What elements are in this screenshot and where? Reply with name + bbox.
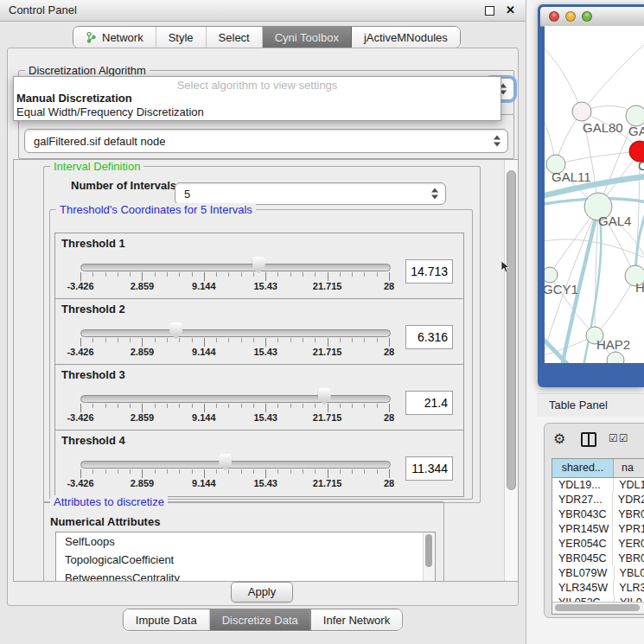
number-of-intervals-combo[interactable]: 5 (175, 182, 446, 205)
control-panel-window: Control Panel ✕ NetworkStyleSelectCyni T… (0, 0, 526, 644)
cell-shared-name[interactable]: YBR043C (552, 507, 613, 522)
popup-item-equal-width-frequency[interactable]: Equal Width/Frequency Discretization (14, 105, 501, 119)
numerical-attributes-heading: Numerical Attributes (50, 515, 160, 528)
table-data-combo[interactable]: galFiltered.sif default node (24, 129, 508, 153)
cell-shared-name[interactable]: YDL19... (552, 478, 614, 493)
tab-cyni-toolbox[interactable]: Cyni Toolbox (263, 27, 352, 48)
threshold-title: Threshold 1 (61, 237, 125, 250)
cell-name[interactable]: YER0 (613, 537, 644, 552)
tick-label: 28 (384, 281, 394, 291)
tick-label: 21.715 (313, 281, 342, 291)
network-window-titlebar (540, 7, 644, 27)
horizontal-scrollbar[interactable] (552, 602, 644, 614)
network-graph: GAL80GAGAL11GAL4GCY1HAHAP2C (545, 26, 644, 363)
horizontal-scrollbar-thumb[interactable] (555, 604, 640, 611)
table-row[interactable]: YDR27...YDR2 (552, 493, 644, 507)
cell-shared-name[interactable]: YER054C (552, 537, 613, 552)
tick-label: 2.859 (131, 347, 155, 357)
settings-scrollbar[interactable] (504, 160, 518, 581)
cell-name[interactable]: YBL0 (615, 566, 644, 581)
traffic-minimize-icon[interactable] (565, 11, 576, 22)
list-scrollbar[interactable] (423, 532, 435, 582)
tab-jactivemnodules[interactable]: jActiveMNodules (352, 27, 460, 48)
attribute-item[interactable]: SelfLoops (56, 532, 435, 551)
table-row[interactable]: YPR145WYPR1 (552, 522, 644, 537)
float-window-icon[interactable] (485, 6, 494, 16)
numerical-attributes-list[interactable]: SelfLoopsTopologicalCoefficientBetweenne… (55, 532, 436, 582)
cell-name[interactable]: YPR1 (613, 522, 644, 537)
slider-track[interactable] (80, 329, 391, 337)
threshold-value-field[interactable] (405, 456, 453, 481)
network-node[interactable] (545, 267, 558, 283)
threshold-value-field[interactable] (405, 391, 453, 415)
tab-select[interactable]: Select (207, 27, 263, 48)
table-row[interactable]: YDL19...YDL1 (552, 478, 644, 493)
column-header-name[interactable]: na (614, 459, 644, 478)
cell-shared-name[interactable]: YDR27... (552, 493, 613, 507)
table-panel: ⚙ ☑☑ shared... na YDL19...YDL1YDR27...YD… (544, 423, 644, 618)
cell-name[interactable]: YLR3 (614, 581, 644, 596)
table-row[interactable]: YBR045CYBR0 (552, 552, 644, 566)
table-row[interactable]: YBL079WYBL0 (552, 566, 644, 581)
cell-shared-name[interactable]: YLR345W (552, 581, 614, 596)
slider-ticks (80, 272, 390, 281)
tab-discretize-data[interactable]: Discretize Data (210, 609, 311, 630)
column-layout-icon[interactable] (581, 432, 596, 447)
cell-name[interactable]: YBR0 (613, 552, 644, 566)
window-title: Control Panel (9, 3, 77, 16)
threshold-title: Threshold 4 (61, 434, 125, 447)
slider-track[interactable] (80, 264, 391, 271)
slider-ticks (80, 404, 390, 412)
network-node-label: GAL80 (583, 120, 623, 135)
network-edge (595, 276, 635, 335)
traffic-zoom-icon[interactable] (582, 11, 592, 22)
attribute-item[interactable]: BetweennessCentrality (56, 569, 435, 582)
table-header-row: shared... na (552, 459, 644, 478)
tab-style[interactable]: Style (156, 27, 207, 48)
network-node-label: GCY1 (545, 282, 578, 296)
network-canvas[interactable]: GAL80GAGAL11GAL4GCY1HAHAP2C (545, 26, 644, 363)
threshold-value-field[interactable] (405, 325, 453, 349)
discretization-algorithm-label: Discretization Algorithm (25, 64, 150, 77)
close-icon[interactable]: ✕ (506, 3, 515, 16)
popup-item-manual-discretization[interactable]: Manual Discretization (14, 92, 501, 105)
threshold-title: Threshold 2 (61, 303, 125, 316)
bottom-tab-bar: Impute DataDiscretize DataInfer Network (123, 609, 403, 631)
tab-network[interactable]: Network (73, 27, 156, 48)
control-panel-titlebar: Control Panel ✕ (0, 0, 526, 22)
tab-infer-network[interactable]: Infer Network (311, 609, 402, 630)
tab-label: jActiveMNodules (364, 31, 448, 44)
cell-name[interactable]: YBR0 (613, 507, 644, 522)
checkbox-filter-icons[interactable]: ☑☑ (609, 432, 629, 444)
list-scrollbar-thumb[interactable] (425, 534, 432, 567)
apply-button[interactable]: Apply (231, 582, 293, 603)
slider-scale-labels: -3.4262.8599.14415.4321.71528 (80, 412, 389, 424)
combo-stepper-icon (431, 188, 439, 200)
attribute-item[interactable]: TopologicalCoefficient (56, 551, 435, 569)
gear-icon[interactable]: ⚙ (553, 430, 565, 447)
table-row[interactable]: YER054CYER0 (552, 537, 644, 552)
cell-shared-name[interactable]: YPR145W (552, 522, 613, 537)
table-row[interactable]: YLR345WYLR3 (552, 581, 644, 596)
cell-name[interactable]: YDR2 (613, 493, 644, 507)
slider-track[interactable] (80, 395, 391, 403)
network-node[interactable] (572, 102, 591, 121)
top-tab-bar: NetworkStyleSelectCyni ToolboxjActiveMNo… (73, 26, 461, 48)
cell-name[interactable]: YDL1 (614, 478, 644, 493)
network-edge (582, 45, 644, 112)
threshold-panel: Threshold 4 -3.4262.8599.14415.4321.7152… (54, 430, 464, 497)
table-row[interactable]: YBR043CYBR0 (552, 507, 644, 522)
thresholds-group-label: Threshold's Coordinates for 5 Intervals (56, 203, 256, 216)
traffic-close-icon[interactable] (549, 11, 559, 22)
slider-track[interactable] (80, 461, 391, 469)
tick-label: -3.426 (67, 412, 93, 423)
mouse-cursor (501, 261, 512, 273)
cell-shared-name[interactable]: YBL079W (552, 566, 615, 581)
attributes-items: SelfLoopsTopologicalCoefficientBetweenne… (56, 532, 435, 582)
tab-impute-data[interactable]: Impute Data (124, 609, 210, 630)
tick-label: 2.859 (131, 478, 155, 488)
settings-scrollbar-thumb[interactable] (507, 170, 516, 490)
cell-shared-name[interactable]: YBR045C (552, 552, 613, 566)
column-header-shared-name[interactable]: shared... (552, 459, 614, 478)
threshold-value-field[interactable] (405, 259, 453, 284)
